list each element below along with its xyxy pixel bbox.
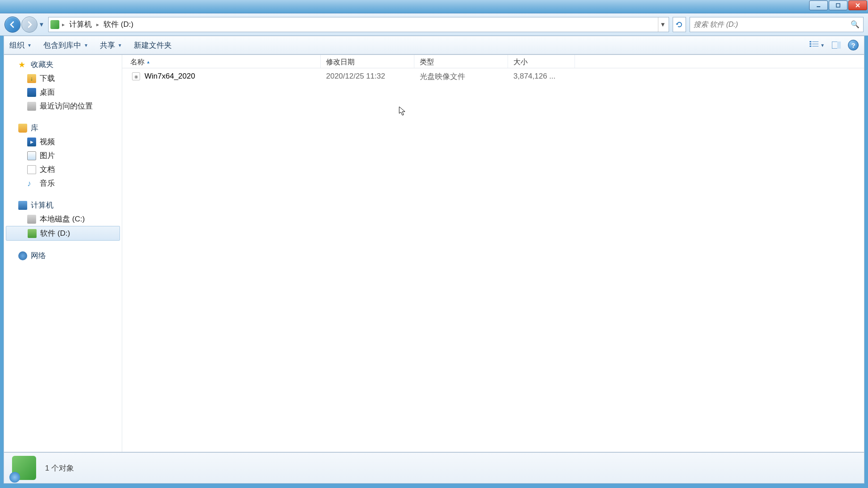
documents-label: 文档 [40,164,55,175]
sidebar-head-computer[interactable]: 计算机 [4,198,122,212]
list-view-icon [810,41,818,50]
sidebar-group-computer: 计算机 本地磁盘 (C:) 软件 (D:) [4,198,122,241]
chevron-down-icon: ▼ [27,43,32,48]
sidebar-head-libraries[interactable]: 库 [4,121,122,135]
recent-label: 最近访问的位置 [40,101,93,111]
address-bar[interactable]: ▸ 计算机 ▸ 软件 (D:) ▾ [48,17,669,32]
maximize-button[interactable] [829,0,847,10]
include-in-library-menu[interactable]: 包含到库中▼ [43,40,88,50]
svg-rect-3 [812,42,818,42]
toolbar-right: ▼ ? [810,40,859,50]
pictures-icon [27,151,36,160]
file-row[interactable]: ◉Win7x64_2020 2020/12/25 11:32 光盘映像文件 3,… [122,68,864,84]
address-dropdown[interactable]: ▾ [658,17,667,32]
desktop-icon [27,88,36,97]
close-button[interactable] [848,0,867,10]
star-icon: ★ [18,60,27,69]
column-headers: 名称▲ 修改日期 类型 大小 [122,55,864,68]
drive-c-label: 本地磁盘 (C:) [40,214,85,224]
sidebar-group-network: 网络 [4,249,122,263]
view-options-button[interactable]: ▼ [810,41,825,50]
favorites-label: 收藏夹 [31,59,54,70]
organize-menu[interactable]: 组织▼ [9,40,32,50]
drive-icon [28,229,37,238]
breadcrumb-separator-icon[interactable]: ▸ [62,21,65,28]
videos-icon [27,138,36,146]
sidebar-item-pictures[interactable]: 图片 [4,149,122,163]
file-list-area: 名称▲ 修改日期 类型 大小 ◉Win7x64_2020 2020/12/25 … [122,55,864,452]
col-type-label: 类型 [420,58,434,66]
desktop-label: 桌面 [40,87,55,97]
file-rows-container[interactable]: ◉Win7x64_2020 2020/12/25 11:32 光盘映像文件 3,… [122,68,864,452]
minimize-button[interactable] [809,0,828,10]
window-control-buttons [809,0,867,13]
search-icon[interactable]: 🔍 [851,20,860,29]
include-label: 包含到库中 [43,40,81,50]
sidebar-item-music[interactable]: ♪音乐 [4,176,122,190]
svg-rect-5 [812,44,818,44]
sidebar-group-libraries: 库 视频 图片 文档 ♪音乐 [4,121,122,190]
col-name-label: 名称 [130,58,145,66]
videos-label: 视频 [40,137,55,147]
sidebar-item-drive-d[interactable]: 软件 (D:) [6,226,120,241]
sidebar-item-drive-c[interactable]: 本地磁盘 (C:) [4,212,122,226]
svg-rect-7 [812,46,818,46]
sidebar-item-documents[interactable]: 文档 [4,163,122,176]
computer-label: 计算机 [31,200,54,210]
music-label: 音乐 [40,178,55,188]
file-type: 光盘映像文件 [414,71,508,82]
share-label: 共享 [100,40,115,50]
search-input[interactable] [694,21,851,29]
drive-icon [50,20,59,29]
file-size: 3,874,126 ... [508,72,575,81]
sort-ascending-icon: ▲ [146,60,150,64]
help-button[interactable]: ? [848,40,859,50]
column-header-date[interactable]: 修改日期 [321,55,414,68]
svg-rect-0 [817,6,820,7]
mouse-cursor-icon [399,106,407,118]
navigation-sidebar: ★收藏夹 下载 桌面 最近访问的位置 库 视频 图片 文档 ♪音乐 计算机 本地… [4,55,122,452]
help-icon: ? [851,42,855,49]
column-header-name[interactable]: 名称▲ [122,55,321,68]
forward-button[interactable] [21,17,37,33]
libraries-icon [18,124,27,133]
breadcrumb-drive-d[interactable]: 软件 (D:) [102,19,135,29]
breadcrumb-computer[interactable]: 计算机 [67,19,94,29]
window-titlebar [0,0,868,13]
col-date-label: 修改日期 [326,58,355,66]
refresh-button[interactable] [673,17,686,32]
command-toolbar: 组织▼ 包含到库中▼ 共享▼ 新建文件夹 ▼ ? [4,36,864,54]
libraries-label: 库 [31,123,38,133]
downloads-label: 下载 [40,73,55,83]
share-menu[interactable]: 共享▼ [100,40,122,50]
preview-pane-button[interactable] [831,40,842,50]
documents-icon [27,165,36,174]
sidebar-group-favorites: ★收藏夹 下载 桌面 最近访问的位置 [4,58,122,113]
back-button[interactable] [4,17,21,33]
column-header-size[interactable]: 大小 [508,55,575,68]
downloads-icon [27,74,36,83]
new-folder-button[interactable]: 新建文件夹 [134,40,172,50]
sidebar-item-downloads[interactable]: 下载 [4,71,122,85]
breadcrumb-separator-icon[interactable]: ▸ [96,21,99,28]
chevron-down-icon: ▼ [118,43,122,48]
search-box[interactable]: 🔍 [690,17,864,32]
address-row: ▾ ▸ 计算机 ▸ 软件 (D:) ▾ 🔍 [0,13,868,36]
column-header-type[interactable]: 类型 [414,55,508,68]
sidebar-item-recent[interactable]: 最近访问的位置 [4,99,122,113]
sidebar-item-videos[interactable]: 视频 [4,135,122,149]
status-bar: 1 个对象 [4,452,864,484]
main-area: ★收藏夹 下载 桌面 最近访问的位置 库 视频 图片 文档 ♪音乐 计算机 本地… [4,54,864,452]
network-icon [18,251,27,260]
sidebar-head-favorites[interactable]: ★收藏夹 [4,58,122,71]
nav-buttons: ▾ [4,17,45,33]
computer-icon [18,201,27,210]
drive-icon [27,215,36,224]
svg-rect-1 [836,4,840,7]
col-size-label: 大小 [513,58,528,66]
drive-large-icon [12,456,36,480]
sidebar-head-network[interactable]: 网络 [4,249,122,263]
sidebar-item-desktop[interactable]: 桌面 [4,85,122,99]
pictures-label: 图片 [40,150,55,161]
nav-history-dropdown[interactable]: ▾ [38,20,45,29]
